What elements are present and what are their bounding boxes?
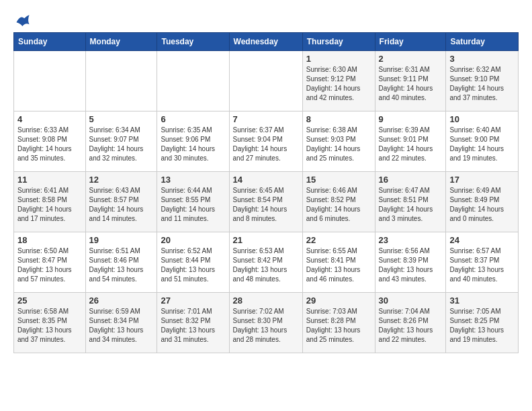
day-number: 3 — [449, 54, 515, 64]
day-info: Sunrise: 6:47 AM Sunset: 8:51 PM Dayligh… — [379, 186, 443, 224]
day-number: 7 — [233, 114, 299, 124]
day-number: 27 — [161, 295, 225, 306]
day-cell: 5Sunrise: 6:34 AM Sunset: 9:07 PM Daylig… — [85, 111, 157, 172]
header-saturday: Saturday — [446, 33, 519, 51]
day-info: Sunrise: 6:44 AM Sunset: 8:55 PM Dayligh… — [161, 186, 225, 224]
day-cell: 4Sunrise: 6:33 AM Sunset: 9:08 PM Daylig… — [14, 111, 86, 172]
day-cell: 3Sunrise: 6:32 AM Sunset: 9:10 PM Daylig… — [446, 51, 519, 111]
day-cell: 14Sunrise: 6:45 AM Sunset: 8:54 PM Dayli… — [229, 172, 302, 232]
day-info: Sunrise: 7:03 AM Sunset: 8:28 PM Dayligh… — [306, 307, 371, 345]
day-number: 5 — [89, 114, 154, 124]
day-cell — [85, 51, 157, 111]
day-cell: 10Sunrise: 6:40 AM Sunset: 9:00 PM Dayli… — [446, 111, 519, 172]
day-number: 15 — [306, 175, 371, 185]
day-number: 12 — [89, 175, 154, 185]
day-number: 8 — [306, 114, 371, 124]
day-cell: 8Sunrise: 6:38 AM Sunset: 9:03 PM Daylig… — [302, 111, 375, 172]
page-header — [13, 13, 519, 26]
day-number: 31 — [449, 295, 515, 306]
bird-icon — [15, 13, 30, 28]
day-cell: 16Sunrise: 6:47 AM Sunset: 8:51 PM Dayli… — [375, 172, 446, 232]
day-cell: 11Sunrise: 6:41 AM Sunset: 8:58 PM Dayli… — [14, 172, 86, 232]
day-number: 16 — [379, 175, 443, 185]
day-info: Sunrise: 6:56 AM Sunset: 8:39 PM Dayligh… — [379, 246, 443, 284]
day-cell: 1Sunrise: 6:30 AM Sunset: 9:12 PM Daylig… — [302, 51, 375, 111]
day-number: 24 — [449, 235, 515, 245]
day-number: 19 — [89, 235, 154, 245]
day-cell: 7Sunrise: 6:37 AM Sunset: 9:04 PM Daylig… — [229, 111, 302, 172]
day-cell: 31Sunrise: 7:05 AM Sunset: 8:25 PM Dayli… — [446, 293, 519, 353]
header-tuesday: Tuesday — [157, 33, 229, 51]
day-info: Sunrise: 6:40 AM Sunset: 9:00 PM Dayligh… — [449, 126, 515, 163]
day-cell: 19Sunrise: 6:51 AM Sunset: 8:46 PM Dayli… — [85, 232, 157, 293]
day-info: Sunrise: 6:50 AM Sunset: 8:47 PM Dayligh… — [17, 246, 82, 284]
day-number: 18 — [17, 235, 82, 245]
day-info: Sunrise: 6:51 AM Sunset: 8:46 PM Dayligh… — [89, 246, 154, 284]
header-friday: Friday — [375, 33, 446, 51]
day-number: 13 — [161, 175, 225, 185]
day-info: Sunrise: 6:33 AM Sunset: 9:08 PM Dayligh… — [17, 126, 82, 163]
day-cell: 27Sunrise: 7:01 AM Sunset: 8:32 PM Dayli… — [157, 293, 229, 353]
day-cell: 30Sunrise: 7:04 AM Sunset: 8:26 PM Dayli… — [375, 293, 446, 353]
day-cell: 18Sunrise: 6:50 AM Sunset: 8:47 PM Dayli… — [14, 232, 86, 293]
day-number: 23 — [379, 235, 443, 245]
day-number: 28 — [233, 295, 299, 306]
day-cell: 21Sunrise: 6:53 AM Sunset: 8:42 PM Dayli… — [229, 232, 302, 293]
calendar-header: SundayMondayTuesdayWednesdayThursdayFrid… — [14, 33, 519, 51]
day-info: Sunrise: 7:05 AM Sunset: 8:25 PM Dayligh… — [449, 307, 515, 345]
day-cell — [14, 51, 86, 111]
day-number: 9 — [379, 114, 443, 124]
day-info: Sunrise: 6:39 AM Sunset: 9:01 PM Dayligh… — [379, 126, 443, 163]
day-number: 17 — [449, 175, 515, 185]
day-cell — [157, 51, 229, 111]
day-cell: 2Sunrise: 6:31 AM Sunset: 9:11 PM Daylig… — [375, 51, 446, 111]
day-number: 10 — [449, 114, 515, 124]
day-number: 2 — [379, 54, 443, 64]
day-cell: 6Sunrise: 6:35 AM Sunset: 9:06 PM Daylig… — [157, 111, 229, 172]
day-info: Sunrise: 6:35 AM Sunset: 9:06 PM Dayligh… — [161, 126, 225, 163]
day-number: 11 — [17, 175, 82, 185]
day-info: Sunrise: 6:57 AM Sunset: 8:37 PM Dayligh… — [449, 246, 515, 284]
day-number: 6 — [161, 114, 225, 124]
day-info: Sunrise: 6:37 AM Sunset: 9:04 PM Dayligh… — [233, 126, 299, 163]
day-number: 1 — [306, 54, 371, 64]
week-row-5: 25Sunrise: 6:58 AM Sunset: 8:35 PM Dayli… — [14, 293, 519, 353]
calendar-body: 1Sunrise: 6:30 AM Sunset: 9:12 PM Daylig… — [14, 51, 519, 353]
day-info: Sunrise: 7:02 AM Sunset: 8:30 PM Dayligh… — [233, 307, 299, 345]
day-info: Sunrise: 6:31 AM Sunset: 9:11 PM Dayligh… — [379, 65, 443, 103]
day-info: Sunrise: 6:43 AM Sunset: 8:57 PM Dayligh… — [89, 186, 154, 224]
day-info: Sunrise: 7:04 AM Sunset: 8:26 PM Dayligh… — [379, 307, 443, 345]
day-cell: 12Sunrise: 6:43 AM Sunset: 8:57 PM Dayli… — [85, 172, 157, 232]
day-cell: 24Sunrise: 6:57 AM Sunset: 8:37 PM Dayli… — [446, 232, 519, 293]
logo — [13, 13, 30, 26]
day-number: 26 — [89, 295, 154, 306]
day-number: 20 — [161, 235, 225, 245]
day-info: Sunrise: 6:52 AM Sunset: 8:44 PM Dayligh… — [161, 246, 225, 284]
header-sunday: Sunday — [14, 33, 86, 51]
week-row-2: 4Sunrise: 6:33 AM Sunset: 9:08 PM Daylig… — [14, 111, 519, 172]
day-info: Sunrise: 6:53 AM Sunset: 8:42 PM Dayligh… — [233, 246, 299, 284]
header-thursday: Thursday — [302, 33, 375, 51]
day-cell — [229, 51, 302, 111]
calendar-table: SundayMondayTuesdayWednesdayThursdayFrid… — [13, 32, 519, 353]
day-info: Sunrise: 6:46 AM Sunset: 8:52 PM Dayligh… — [306, 186, 371, 224]
day-info: Sunrise: 6:45 AM Sunset: 8:54 PM Dayligh… — [233, 186, 299, 224]
day-number: 29 — [306, 295, 371, 306]
day-cell: 20Sunrise: 6:52 AM Sunset: 8:44 PM Dayli… — [157, 232, 229, 293]
header-wednesday: Wednesday — [229, 33, 302, 51]
day-cell: 9Sunrise: 6:39 AM Sunset: 9:01 PM Daylig… — [375, 111, 446, 172]
day-cell: 22Sunrise: 6:55 AM Sunset: 8:41 PM Dayli… — [302, 232, 375, 293]
day-info: Sunrise: 6:32 AM Sunset: 9:10 PM Dayligh… — [449, 65, 515, 103]
day-info: Sunrise: 7:01 AM Sunset: 8:32 PM Dayligh… — [161, 307, 225, 345]
day-number: 25 — [17, 295, 82, 306]
day-info: Sunrise: 6:41 AM Sunset: 8:58 PM Dayligh… — [17, 186, 82, 224]
header-monday: Monday — [85, 33, 157, 51]
day-info: Sunrise: 6:55 AM Sunset: 8:41 PM Dayligh… — [306, 246, 371, 284]
day-info: Sunrise: 6:34 AM Sunset: 9:07 PM Dayligh… — [89, 126, 154, 163]
day-info: Sunrise: 6:30 AM Sunset: 9:12 PM Dayligh… — [306, 65, 371, 103]
week-row-1: 1Sunrise: 6:30 AM Sunset: 9:12 PM Daylig… — [14, 51, 519, 111]
day-cell: 23Sunrise: 6:56 AM Sunset: 8:39 PM Dayli… — [375, 232, 446, 293]
day-cell: 28Sunrise: 7:02 AM Sunset: 8:30 PM Dayli… — [229, 293, 302, 353]
day-info: Sunrise: 6:49 AM Sunset: 8:49 PM Dayligh… — [449, 186, 515, 224]
day-cell: 17Sunrise: 6:49 AM Sunset: 8:49 PM Dayli… — [446, 172, 519, 232]
